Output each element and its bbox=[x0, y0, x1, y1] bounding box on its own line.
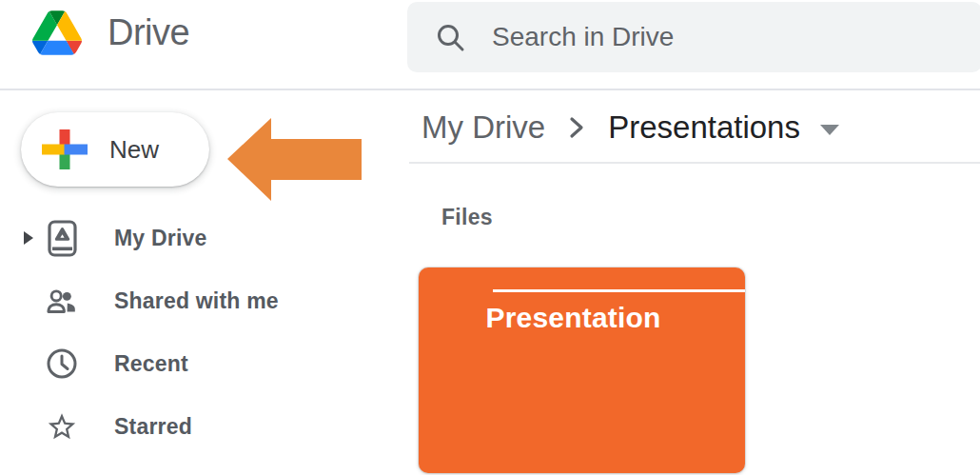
sidebar-item-recent[interactable]: Recent bbox=[0, 332, 404, 395]
sidebar-item-my-drive[interactable]: My Drive bbox=[0, 207, 404, 269]
sidebar-nav: My Drive Shared with me Recent bbox=[0, 207, 404, 458]
sidebar-item-starred[interactable]: Starred bbox=[0, 395, 404, 458]
files-section-label: Files bbox=[441, 205, 493, 230]
file-card-title: Presentation bbox=[410, 302, 736, 334]
new-button[interactable]: New bbox=[21, 112, 209, 187]
header-divider bbox=[0, 89, 980, 90]
star-icon bbox=[46, 409, 78, 445]
expand-arrow-icon[interactable] bbox=[24, 231, 36, 245]
plus-icon bbox=[42, 129, 88, 169]
file-card-presentation[interactable]: Presentation bbox=[419, 267, 745, 473]
app-logo[interactable]: Drive bbox=[32, 10, 189, 55]
my-drive-icon bbox=[46, 220, 78, 257]
new-button-label: New bbox=[109, 135, 159, 165]
sidebar-item-label: Recent bbox=[114, 351, 188, 377]
people-icon bbox=[46, 288, 78, 314]
content-divider bbox=[409, 162, 980, 164]
breadcrumb-presentations[interactable]: Presentations bbox=[608, 109, 800, 146]
annotation-arrow-icon bbox=[227, 118, 362, 201]
drive-logo-icon bbox=[32, 10, 82, 55]
chevron-down-icon[interactable] bbox=[820, 125, 839, 135]
search-input[interactable]: Search in Drive bbox=[407, 2, 980, 72]
slide-accent-line bbox=[493, 289, 745, 292]
breadcrumb-my-drive[interactable]: My Drive bbox=[421, 109, 545, 146]
sidebar-item-label: Shared with me bbox=[114, 288, 279, 314]
breadcrumb: My Drive Presentations bbox=[421, 106, 839, 148]
sidebar-item-shared-with-me[interactable]: Shared with me bbox=[0, 269, 404, 332]
app-title: Drive bbox=[108, 12, 189, 53]
search-placeholder: Search in Drive bbox=[492, 22, 674, 52]
sidebar-item-label: My Drive bbox=[114, 226, 206, 251]
sidebar-item-label: Starred bbox=[114, 414, 192, 440]
chevron-right-icon bbox=[569, 116, 584, 139]
clock-icon bbox=[46, 347, 78, 380]
search-icon bbox=[436, 23, 465, 52]
